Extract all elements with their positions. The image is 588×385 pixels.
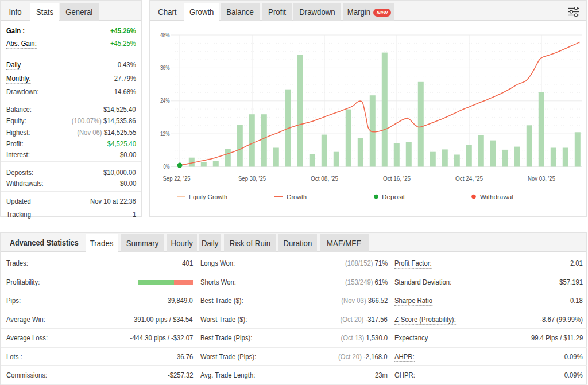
svg-text:Oct 24, '25: Oct 24, '25 xyxy=(455,175,483,182)
svg-text:48%: 48% xyxy=(160,32,170,38)
svg-text:24%: 24% xyxy=(160,97,170,104)
svg-text:Deposit: Deposit xyxy=(382,193,405,200)
svg-text:Growth: Growth xyxy=(287,193,307,200)
svg-text:Sep 30, '25: Sep 30, '25 xyxy=(238,175,266,182)
svg-text:12%: 12% xyxy=(160,130,170,137)
svg-text:0%: 0% xyxy=(164,163,170,170)
svg-text:Oct 16, '25: Oct 16, '25 xyxy=(383,175,411,182)
svg-text:36%: 36% xyxy=(160,64,170,71)
svg-text:Nov 03, '25: Nov 03, '25 xyxy=(528,175,555,182)
svg-text:Oct 08, '25: Oct 08, '25 xyxy=(311,175,338,182)
svg-text:Equity Growth: Equity Growth xyxy=(189,193,227,200)
svg-text:Sep 22, '25: Sep 22, '25 xyxy=(163,175,191,182)
svg-text:Withdrawal: Withdrawal xyxy=(480,193,513,200)
